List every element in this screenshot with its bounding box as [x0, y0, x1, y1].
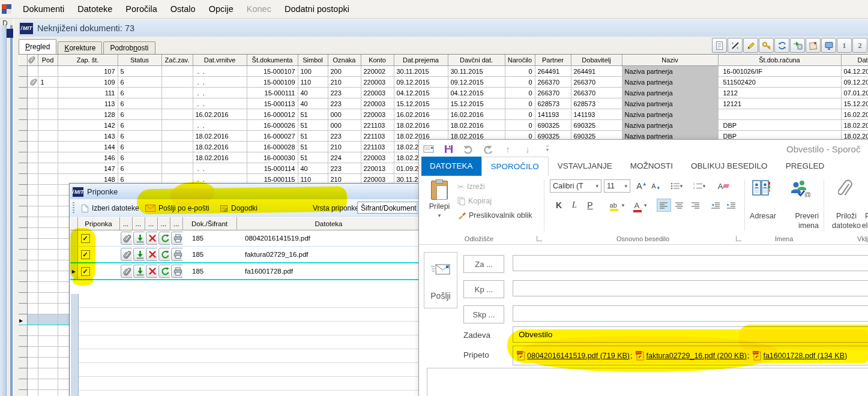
pp-column-header-c5[interactable]: ...	[157, 217, 170, 230]
monitor-icon[interactable]	[821, 38, 836, 53]
attachment-checkbox[interactable]: ✓	[81, 267, 90, 276]
select-files-button[interactable]: Izberi datoteke	[81, 202, 139, 215]
subject-input[interactable]: Obvestilo	[513, 326, 868, 343]
grow-font-button[interactable]: A▲	[635, 179, 648, 193]
attachment-row[interactable]: ✓18508042016141519.pdf	[70, 230, 421, 247]
menu-item-dodatni-postopki[interactable]: Dodatni postopki	[278, 4, 356, 14]
column-header-dat-ra[interactable]: Dat.ra	[841, 55, 868, 66]
print-icon[interactable]	[171, 265, 182, 278]
ribbon-tab-datoteka[interactable]: DATOTEKA	[421, 157, 481, 176]
check-names-label2[interactable]: imena	[782, 221, 819, 230]
toolbar-drag-handle[interactable]	[73, 202, 74, 214]
align-center-button[interactable]	[672, 199, 687, 212]
delete-icon[interactable]	[146, 232, 157, 245]
ribbon-tab-pregled[interactable]: PREGLED	[777, 157, 834, 176]
align-left-button[interactable]	[657, 199, 671, 212]
print-icon[interactable]	[171, 232, 182, 245]
menu-item-opcije[interactable]: Opcije	[202, 4, 240, 14]
pp-column-header-c0[interactable]	[70, 217, 77, 230]
message-icon[interactable]	[423, 143, 435, 155]
text-highlight-button[interactable]: ab▾	[606, 199, 628, 212]
column-header-za-zav[interactable]: Zač.zav.	[161, 55, 193, 66]
font-size-select[interactable]: 11▾	[604, 179, 630, 193]
column-header-status[interactable]: Status	[118, 55, 161, 66]
menu-item-datoteke[interactable]: Datoteke	[71, 4, 119, 14]
numbering-button[interactable]: 12▾	[689, 179, 710, 193]
cc-button[interactable]: Kp ...	[463, 280, 504, 298]
paperclip-icon[interactable]	[121, 232, 132, 245]
pp-column-header-c4[interactable]: ...	[145, 217, 157, 230]
paste-button[interactable]: Prilepi▾	[425, 178, 454, 230]
paperclip-icon[interactable]	[121, 248, 132, 261]
check-names-icon[interactable]: @	[790, 179, 810, 197]
report-icon[interactable]	[712, 38, 727, 53]
pp-column-header-c6[interactable]: ...	[170, 217, 182, 230]
export-icon[interactable]	[790, 38, 805, 53]
column-header-oznaka[interactable]: Oznaka	[328, 55, 361, 66]
two-icon[interactable]: 2	[852, 38, 867, 53]
message-body[interactable]	[427, 368, 868, 396]
attach-item-label2[interactable]: element	[857, 221, 868, 230]
table-row[interactable]: 128616.02.201616-0000125100022000316.02.…	[19, 109, 868, 120]
attachments-field[interactable]: PDF08042016141519.pdf (719 KB);PDFfaktur…	[513, 346, 868, 365]
clear-formatting-button[interactable]: A	[716, 179, 731, 193]
font-name-select[interactable]: Calibri (T▾	[550, 179, 601, 193]
menu-item-poro-ila[interactable]: Poročila	[119, 4, 163, 14]
table-row[interactable]: 1116 . .15-0001114022322000304.12.201504…	[19, 88, 868, 98]
column-header-simbol[interactable]: Simbol	[298, 55, 328, 66]
to-input[interactable]	[513, 255, 868, 271]
pp-column-header-datoteka[interactable]: Datoteka	[237, 217, 421, 230]
attachment-link[interactable]: PDFfaktura02729_16.pdf (200 KB)	[636, 351, 746, 361]
underline-button[interactable]: P	[583, 199, 597, 212]
pp-column-header-priponka[interactable]: Priponka	[77, 217, 119, 230]
one-icon[interactable]: 1	[837, 38, 852, 53]
down-arrow-icon[interactable]: ↓	[522, 143, 534, 155]
menu-item-dokumenti[interactable]: Dokumenti	[16, 4, 71, 14]
delete-icon[interactable]	[146, 248, 157, 261]
table-row[interactable]: 1075 . .15-00010710020022000230.11.20153…	[19, 66, 868, 77]
ribbon-tab-oblikuj-besedilo[interactable]: OBLIKUJ BESEDILO	[682, 157, 777, 176]
attachment-row[interactable]: ▶✓185fa16001728.pdf	[70, 263, 421, 280]
column-header-naziv[interactable]: Naziv	[622, 55, 718, 66]
refresh-icon[interactable]	[158, 232, 170, 245]
tab-korekture[interactable]: Korekture	[58, 41, 102, 54]
bcc-button[interactable]: Skp ...	[463, 305, 504, 323]
column-header-c0[interactable]	[19, 55, 27, 66]
up-arrow-icon[interactable]: ↑	[502, 143, 514, 155]
print-icon[interactable]	[171, 248, 182, 261]
tab-pregled[interactable]: Pregled	[19, 39, 56, 54]
refresh-icon[interactable]	[158, 248, 170, 261]
attachment-link[interactable]: PDF08042016141519.pdf (719 KB)	[517, 351, 630, 361]
attachment-row[interactable]: ✓185faktura02729_16.pdf	[70, 247, 421, 263]
attachment-checkbox[interactable]: ✓	[81, 250, 90, 259]
column-header-pod[interactable]: Pod	[38, 55, 58, 66]
column-header-dat-vrnitve[interactable]: Dat.vrnitve	[193, 55, 247, 66]
cc-input[interactable]	[513, 280, 868, 296]
column-header-zap-t[interactable]: Zap. št.	[58, 55, 118, 66]
ribbon-tab-vstavljanje[interactable]: VSTAVLJANJE	[549, 157, 621, 176]
map-icon[interactable]	[806, 38, 821, 53]
ribbon-tab-mo-nosti[interactable]: MOŽNOSTI	[621, 157, 682, 176]
to-button[interactable]: Za ...	[463, 255, 504, 273]
download-icon[interactable]	[133, 265, 145, 278]
column-header-konto[interactable]: Konto	[361, 55, 394, 66]
undo-icon[interactable]	[462, 143, 474, 155]
font-color-button[interactable]: A▾	[630, 199, 651, 212]
table-row[interactable]: 1426 . .16-0000265100022110318.02.201618…	[19, 120, 868, 131]
redo-icon[interactable]	[482, 143, 494, 155]
customize-icon[interactable]: ▾	[541, 143, 553, 155]
clipboard-dialog-launcher-icon[interactable]	[537, 236, 542, 241]
attachment-type-select[interactable]: Šifrant/Dokument ▾	[357, 202, 428, 214]
format-painter-button[interactable]: Preslikovalnik oblik	[457, 209, 532, 221]
save-icon[interactable]	[442, 143, 454, 155]
column-header-dav-ni-dat[interactable]: Davčni dat.	[448, 55, 505, 66]
download-icon[interactable]	[133, 232, 145, 245]
attach-item-label[interactable]: Priloži	[857, 212, 868, 220]
menu-item-ostalo[interactable]: Ostalo	[164, 4, 202, 14]
italic-button[interactable]: L	[568, 199, 581, 212]
ribbon-tab-sporo-ilo[interactable]: SPOROČILO	[481, 157, 549, 176]
paperclip-icon[interactable]	[121, 265, 132, 278]
edit-icon[interactable]	[743, 38, 758, 53]
column-header-t-dokumenta[interactable]: Št.dokumenta	[247, 55, 298, 66]
attachment-checkbox[interactable]: ✓	[81, 234, 90, 243]
